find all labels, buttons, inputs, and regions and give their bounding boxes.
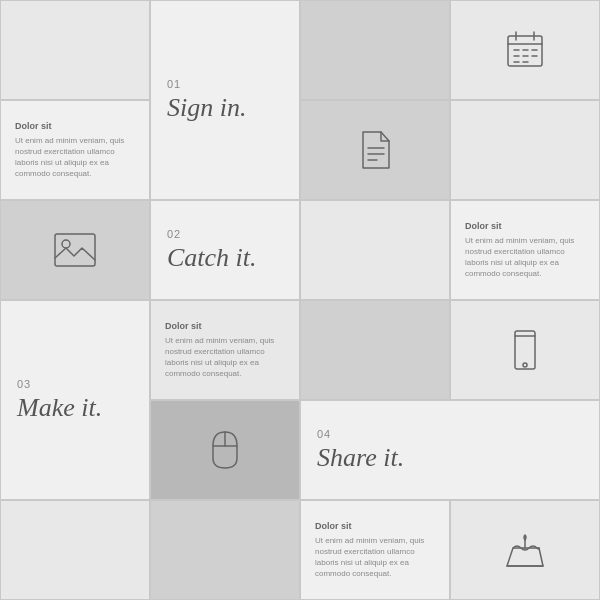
text-3-title: Dolor sit [165, 321, 285, 331]
cell-r1c1 [0, 0, 150, 100]
cake-icon [503, 530, 547, 570]
step-02-cell: 02 Catch it. [150, 200, 300, 300]
text-2-body: Ut enim ad minim veniam, quis nostrud ex… [465, 235, 585, 280]
main-grid: 01 Sign in. [0, 0, 600, 600]
cell-r3c3 [300, 200, 450, 300]
document-icon [355, 128, 395, 172]
text-block-1-cell: Dolor sit Ut enim ad minim veniam, quis … [0, 100, 150, 200]
cell-r6c2 [150, 500, 300, 600]
text-4-title: Dolor sit [315, 521, 435, 531]
calendar-icon [503, 28, 547, 72]
document-icon-cell [300, 100, 450, 200]
step-04-title: Share it. [317, 444, 404, 473]
svg-rect-15 [55, 234, 95, 266]
image-icon [52, 230, 98, 270]
cake-icon-cell [450, 500, 600, 600]
text-block-2-cell: Dolor sit Ut enim ad minim veniam, quis … [450, 200, 600, 300]
step-01-num: 01 [167, 78, 181, 90]
svg-point-18 [523, 363, 527, 367]
phone-icon [511, 328, 539, 372]
text-1-title: Dolor sit [15, 121, 135, 131]
step-02-num: 02 [167, 228, 181, 240]
text-1-body: Ut enim ad minim veniam, quis nostrud ex… [15, 135, 135, 180]
text-3-body: Ut enim ad minim veniam, quis nostrud ex… [165, 335, 285, 380]
mouse-icon-cell [150, 400, 300, 500]
text-block-3-cell: Dolor sit Ut enim ad minim veniam, quis … [150, 300, 300, 400]
text-4-body: Ut enim ad minim veniam, quis nostrud ex… [315, 535, 435, 580]
step-03-num: 03 [17, 378, 31, 390]
phone-icon-cell [450, 300, 600, 400]
step-03-cell: 03 Make it. [0, 300, 150, 500]
cell-r1c3 [300, 0, 450, 100]
calendar-icon-cell [450, 0, 600, 100]
step-02-title: Catch it. [167, 244, 257, 273]
cell-r4c3 [300, 300, 450, 400]
image-icon-cell [0, 200, 150, 300]
cell-r6c1 [0, 500, 150, 600]
mouse-icon [208, 428, 242, 472]
step-04-num: 04 [317, 428, 331, 440]
text-2-title: Dolor sit [465, 221, 585, 231]
step-01-title: Sign in. [167, 94, 246, 123]
step-03-title: Make it. [17, 394, 102, 423]
step-04-cell: 04 Share it. [300, 400, 600, 500]
text-block-4-cell: Dolor sit Ut enim ad minim veniam, quis … [300, 500, 450, 600]
svg-point-16 [62, 240, 70, 248]
cell-r2c4 [450, 100, 600, 200]
step-01-cell: 01 Sign in. [150, 0, 300, 200]
